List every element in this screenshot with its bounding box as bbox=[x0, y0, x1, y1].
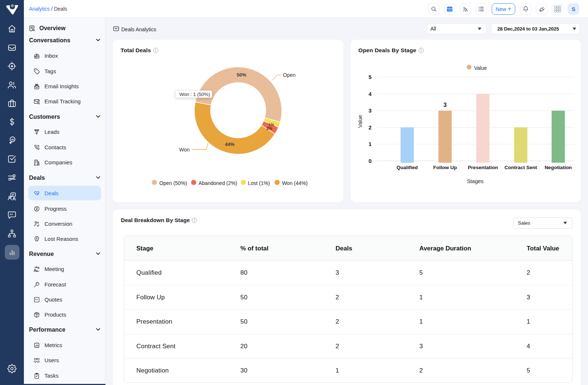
svg-text:0: 0 bbox=[369, 158, 372, 164]
svg-text:44%: 44% bbox=[225, 142, 234, 147]
svg-text:1: 1 bbox=[369, 141, 372, 147]
svg-text:Open: Open bbox=[283, 72, 295, 78]
svg-text:Follow Up: Follow Up bbox=[433, 165, 457, 170]
svg-text:Stages: Stages bbox=[467, 178, 483, 184]
svg-text:2%: 2% bbox=[266, 126, 272, 131]
svg-text:Presentation: Presentation bbox=[468, 165, 498, 170]
svg-text:50%: 50% bbox=[237, 72, 246, 78]
svg-text:Won: Won bbox=[179, 147, 190, 153]
svg-text:5: 5 bbox=[369, 74, 372, 80]
svg-text:3: 3 bbox=[444, 102, 447, 108]
svg-text:2: 2 bbox=[369, 124, 372, 131]
svg-text:Qualified: Qualified bbox=[397, 165, 418, 170]
svg-text:4: 4 bbox=[369, 91, 372, 97]
svg-text:Value: Value bbox=[357, 115, 363, 128]
svg-text:3: 3 bbox=[369, 107, 372, 114]
svg-text:Contract Sent: Contract Sent bbox=[505, 165, 537, 170]
svg-text:Negotiation: Negotiation bbox=[545, 165, 572, 170]
